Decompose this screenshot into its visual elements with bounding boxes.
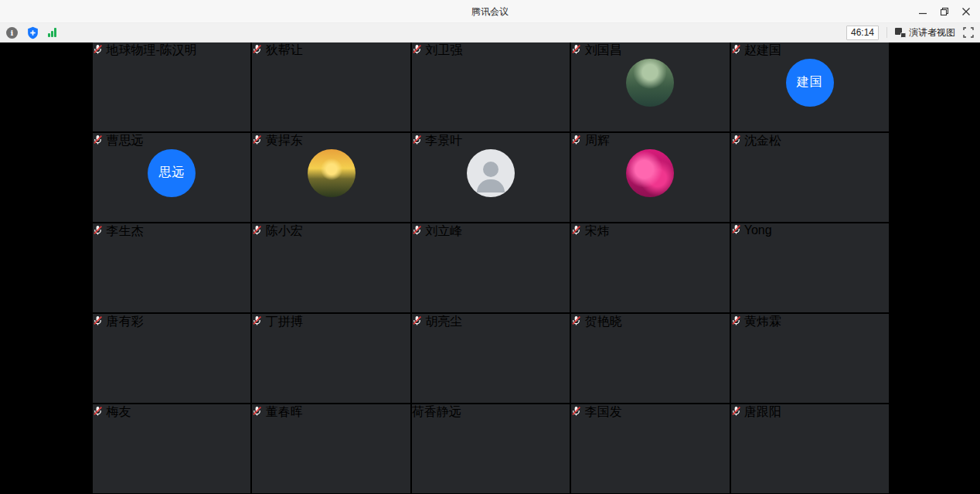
participant-tile[interactable]: Yong (731, 223, 889, 312)
restore-button[interactable] (934, 2, 955, 22)
participant-tile[interactable]: 黄捍东 (252, 133, 410, 222)
security-shield-icon[interactable] (26, 26, 39, 39)
participant-tile[interactable]: 狄帮让 (252, 43, 410, 131)
photo-avatar (467, 330, 515, 378)
participant-tile[interactable]: 周辉 (571, 133, 729, 222)
meeting-toolbar: i 46:14 演讲者视图 (0, 23, 980, 43)
participant-tile[interactable]: 唐跟阳 (731, 404, 889, 493)
photo-avatar (148, 421, 196, 468)
participant-tile[interactable]: 陈小宏 (252, 223, 410, 312)
participant-tile[interactable]: 刘卫强 (412, 43, 570, 131)
participant-tile[interactable]: 宋炜 (571, 223, 729, 312)
meeting-timer: 46:14 (846, 26, 879, 40)
video-stage: 地球物理-陈汉明 狄帮让 (0, 43, 980, 494)
toolbar-divider (886, 27, 887, 38)
tencent-meeting-window: { "window": { "title": "腾讯会议", "controls… (0, 0, 980, 494)
participant-tile[interactable]: 董春晖 (252, 404, 410, 493)
fullscreen-icon[interactable] (963, 27, 974, 38)
window-controls (912, 0, 977, 23)
minimize-button[interactable] (912, 2, 934, 22)
default-avatar (467, 149, 515, 197)
participant-tile[interactable]: 贺艳晓 (571, 314, 729, 403)
photo-avatar (626, 149, 674, 197)
initials-avatar: 建国 (786, 59, 834, 107)
participant-tile[interactable]: 唐有彩 (93, 314, 250, 403)
avatar (308, 59, 356, 107)
photo-avatar (467, 421, 515, 468)
participant-tile[interactable]: 李景叶 (412, 133, 570, 222)
photo-avatar (626, 421, 674, 468)
photo-avatar (786, 149, 834, 197)
avatar (467, 59, 515, 107)
photo-avatar (308, 421, 356, 468)
participant-tile[interactable]: 地球物理-陈汉明 (93, 43, 250, 131)
participant-tile[interactable]: 李生杰 (93, 223, 250, 312)
speaker-view-button[interactable]: 演讲者视图 (895, 26, 955, 39)
restore-icon (940, 7, 949, 16)
photo-avatar (308, 330, 356, 378)
person-silhouette-icon (483, 162, 499, 177)
photo-avatar (148, 240, 196, 288)
photo-avatar (467, 240, 515, 288)
title-bar: 腾讯会议 (0, 0, 980, 23)
photo-avatar (626, 59, 674, 107)
avatar (148, 59, 196, 107)
active-speaker-label: 正在讲话: 陈双全; (0, 43, 97, 56)
meeting-info-icon[interactable]: i (6, 27, 18, 39)
photo-avatar (626, 240, 674, 288)
participant-tile[interactable]: 李国发 (571, 404, 729, 493)
participant-tile[interactable]: 刘立峰 (412, 223, 570, 312)
photo-avatar (308, 240, 356, 288)
photo-avatar (786, 421, 834, 468)
initials-avatar: 思远 (148, 149, 196, 197)
participant-tile[interactable]: 建国 赵建国 (731, 43, 889, 131)
participant-tile[interactable]: 荷香静远 (412, 404, 570, 493)
participant-tile[interactable]: 梅友 (93, 404, 250, 493)
photo-avatar (626, 330, 674, 378)
participant-tile[interactable]: 思远 曹思远 (93, 133, 250, 222)
photo-avatar (308, 149, 356, 197)
close-button[interactable] (955, 2, 977, 22)
photo-avatar (786, 330, 834, 378)
close-icon (961, 7, 971, 16)
toolbar-left: i (6, 23, 56, 42)
layout-icon (895, 28, 906, 38)
participant-tile[interactable]: 丁拼搏 (252, 314, 410, 403)
window-title: 腾讯会议 (0, 0, 980, 23)
speaker-view-label: 演讲者视图 (909, 26, 955, 39)
network-signal-icon[interactable] (48, 28, 56, 37)
participant-tile[interactable]: 刘国昌 (571, 43, 729, 131)
toolbar-right: 46:14 演讲者视图 (846, 23, 974, 42)
participant-tile[interactable]: 沈金松 (731, 133, 889, 222)
participant-tile[interactable]: 胡亮尘 (412, 314, 570, 403)
participant-tile[interactable]: 黄炜霖 (731, 314, 889, 403)
minimize-icon (918, 7, 927, 16)
photo-avatar (148, 330, 196, 378)
participant-grid: 地球物理-陈汉明 狄帮让 (93, 43, 889, 493)
photo-avatar (786, 240, 834, 288)
